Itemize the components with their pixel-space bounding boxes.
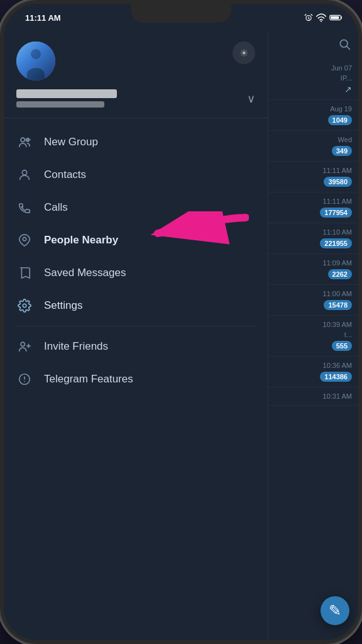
invite-friends-icon [16, 338, 33, 355]
chat-nav-icon-0: ↗ [344, 84, 352, 94]
brightness-button[interactable]: ☀ [233, 42, 255, 64]
chat-badge-2: 349 [332, 146, 352, 156]
chat-list: Jun 07 IP... ↗ Aug 19 1049 Wed 349 11:11… [268, 59, 358, 640]
username-row: ∨ [16, 89, 255, 108]
chevron-down-icon: ∨ [247, 92, 255, 105]
chat-time-3: 11:11 AM [323, 167, 352, 174]
username-lines [16, 89, 117, 108]
chat-badge-3: 39580 [324, 177, 352, 187]
contacts-icon [16, 167, 33, 183]
avatar-row: ☀ [16, 42, 255, 80]
avatar[interactable] [16, 42, 55, 80]
invite-friends-label: Invite Friends [44, 340, 108, 353]
chat-item-8[interactable]: 10:39 AM t... 555 [268, 316, 358, 357]
chat-preview-0: IP... [341, 74, 352, 82]
new-group-icon [16, 134, 33, 150]
phone-frame: 11:11 AM [0, 0, 362, 644]
chat-item-1[interactable]: Aug 19 1049 [268, 100, 358, 131]
calls-label: Calls [44, 201, 68, 214]
sidebar-item-invite-friends[interactable]: Invite Friends [4, 330, 268, 363]
sidebar-item-contacts[interactable]: Contacts [4, 158, 268, 191]
chat-item-4[interactable]: 11:11 AM 177954 [268, 192, 358, 223]
sidebar-header: ☀ ∨ [4, 31, 268, 115]
battery-icon [329, 13, 343, 22]
sidebar-item-telegram-features[interactable]: Telegram Features [4, 363, 268, 396]
compose-button[interactable]: ✎ [321, 596, 349, 625]
chat-time-7: 11:00 AM [323, 290, 352, 297]
calls-icon [16, 199, 33, 216]
chat-item-3[interactable]: 11:11 AM 39580 [268, 162, 358, 192]
telegram-features-icon [16, 371, 33, 387]
chat-time-10: 10:31 AM [323, 392, 352, 400]
chat-badge-8: 555 [332, 341, 352, 351]
chat-time-9: 10:36 AM [323, 362, 352, 369]
username-phone-line [16, 101, 104, 108]
chat-badge-5: 221955 [320, 238, 352, 248]
chat-item-9[interactable]: 10:36 AM 114386 [268, 357, 358, 387]
chat-time-0: Jun 07 [331, 64, 352, 72]
chat-time-6: 11:09 AM [323, 259, 352, 267]
saved-messages-icon [16, 265, 33, 281]
sidebar-item-people-nearby[interactable]: People Nearby [4, 224, 268, 257]
sidebar: ☀ ∨ [4, 31, 268, 640]
search-button[interactable] [338, 38, 351, 53]
sidebar-item-calls[interactable]: Calls [4, 191, 268, 224]
alarm-icon [304, 13, 313, 22]
settings-label: Settings [44, 299, 82, 312]
settings-icon [16, 297, 33, 314]
chat-item-0[interactable]: Jun 07 IP... ↗ [268, 59, 358, 100]
sidebar-item-saved-messages[interactable]: Saved Messages [4, 257, 268, 289]
new-group-label: New Group [44, 136, 98, 148]
username-name-line [16, 89, 117, 98]
svg-point-10 [23, 304, 26, 308]
chat-badge-9: 114386 [320, 372, 352, 382]
chat-item-6[interactable]: 11:09 AM 2262 [268, 254, 358, 285]
chat-time-2: Wed [338, 136, 352, 143]
svg-line-18 [347, 46, 350, 49]
chat-time-8: 10:39 AM [323, 321, 352, 328]
svg-point-9 [23, 237, 26, 241]
chat-badge-4: 177954 [320, 208, 352, 218]
avatar-image [16, 42, 55, 80]
account-expand-button[interactable]: ∨ [247, 92, 255, 106]
compose-icon: ✎ [329, 602, 341, 619]
saved-messages-label: Saved Messages [44, 267, 126, 279]
screen-content: ☀ ∨ [4, 31, 358, 640]
people-nearby-icon [16, 232, 33, 248]
brightness-icon: ☀ [239, 47, 248, 59]
sidebar-item-settings[interactable]: Settings [4, 289, 268, 322]
svg-rect-3 [331, 16, 339, 19]
phone-screen: 11:11 AM [4, 4, 358, 640]
header-divider [4, 118, 268, 118]
chat-time-5: 11:10 AM [323, 228, 352, 236]
status-icons [304, 13, 343, 22]
contacts-label: Contacts [44, 169, 86, 181]
chat-badge-7: 15478 [324, 300, 352, 310]
menu-list: New Group Contacts Calls [4, 121, 268, 640]
status-time: 11:11 AM [25, 13, 61, 23]
chat-preview-8: t... [344, 331, 352, 338]
telegram-features-label: Telegram Features [44, 373, 133, 386]
chat-badge-6: 2262 [328, 269, 352, 279]
chat-item-10[interactable]: 10:31 AM [268, 387, 358, 406]
svg-point-8 [22, 170, 26, 175]
section-divider [16, 326, 255, 326]
notch [131, 4, 231, 23]
chat-badge-1: 1049 [328, 115, 352, 125]
chat-time-1: Aug 19 [330, 105, 352, 113]
chat-header [268, 31, 358, 59]
chat-item-2[interactable]: Wed 349 [268, 131, 358, 162]
chat-panel: Jun 07 IP... ↗ Aug 19 1049 Wed 349 11:11… [268, 31, 358, 640]
sidebar-item-new-group[interactable]: New Group [4, 126, 268, 158]
svg-point-11 [21, 342, 25, 346]
people-nearby-label: People Nearby [44, 234, 118, 247]
svg-point-4 [21, 138, 25, 142]
chat-time-4: 11:11 AM [323, 197, 352, 205]
wifi-icon [316, 13, 326, 22]
svg-point-1 [321, 21, 322, 22]
chat-item-7[interactable]: 11:00 AM 15478 [268, 285, 358, 316]
chat-item-5[interactable]: 11:10 AM 221955 [268, 223, 358, 254]
